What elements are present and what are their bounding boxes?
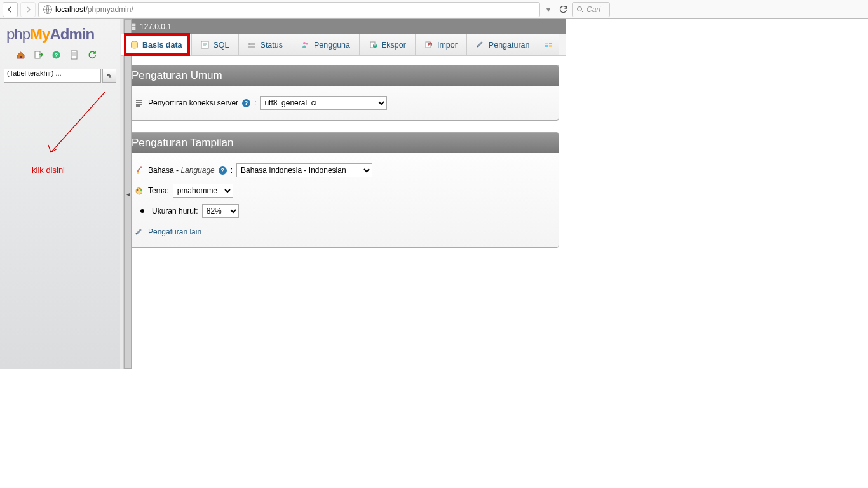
help-icon[interactable]: ? bbox=[219, 166, 227, 175]
svg-point-14 bbox=[303, 42, 306, 44]
settings-icon bbox=[476, 41, 485, 50]
svg-point-27 bbox=[136, 233, 138, 235]
search-placeholder: Cari bbox=[587, 5, 600, 14]
top-tabs: Basis data SQL Status Pengguna Ekspor Im… bbox=[121, 34, 566, 56]
app-container: phpMyAdmin ? (Tabel terakhir) ... ✎ ◂ kl… bbox=[0, 19, 868, 369]
reload-button[interactable] bbox=[557, 3, 569, 16]
tab-databases[interactable]: Basis data bbox=[121, 34, 192, 55]
svg-point-24 bbox=[137, 189, 138, 191]
sidebar: phpMyAdmin ? (Tabel terakhir) ... ✎ ◂ kl… bbox=[0, 19, 121, 369]
svg-point-23 bbox=[137, 172, 139, 174]
url-bar[interactable]: localhost/phpmyadmin/ bbox=[38, 2, 540, 17]
home-icon[interactable] bbox=[15, 50, 25, 60]
language-icon bbox=[134, 165, 144, 175]
tab-label: Basis data bbox=[142, 41, 182, 50]
annotation-overlay: klik disini bbox=[32, 92, 108, 175]
forward-button[interactable] bbox=[20, 2, 36, 17]
tab-export[interactable]: Ekspor bbox=[360, 34, 416, 55]
url-history-dropdown[interactable]: ▾ bbox=[543, 2, 554, 17]
export-icon bbox=[369, 41, 377, 50]
sidebar-collapse-button[interactable]: ◂ bbox=[124, 19, 132, 369]
phpmyadmin-logo[interactable]: phpMyAdmin bbox=[0, 19, 120, 47]
fontsize-select[interactable]: 82% bbox=[202, 204, 239, 218]
tab-users[interactable]: Pengguna bbox=[292, 34, 360, 55]
reload-nav-icon[interactable] bbox=[86, 50, 97, 60]
tab-more[interactable] bbox=[539, 34, 559, 55]
tab-sql[interactable]: SQL bbox=[192, 34, 239, 55]
server-host-label: 127.0.0.1 bbox=[140, 22, 172, 31]
tab-import[interactable]: Impor bbox=[416, 34, 467, 55]
panel-title: Pengaturan Tampilan bbox=[125, 133, 559, 153]
collation-icon bbox=[134, 98, 144, 108]
back-button[interactable] bbox=[3, 2, 18, 17]
general-settings-panel: Pengaturan Umum Penyortiran koneksi serv… bbox=[125, 65, 559, 121]
server-breadcrumb: 127.0.0.1 bbox=[121, 19, 566, 34]
sidebar-nav-icons: ? bbox=[0, 47, 120, 69]
database-icon bbox=[130, 41, 139, 50]
status-icon bbox=[248, 41, 257, 50]
more-settings-link[interactable]: Pengaturan lain bbox=[148, 227, 201, 236]
wrench-icon bbox=[134, 227, 144, 237]
tab-label: Impor bbox=[437, 41, 458, 50]
collation-select[interactable]: utf8_general_ci bbox=[260, 96, 387, 110]
browser-toolbar: localhost/phpmyadmin/ ▾ Cari bbox=[0, 0, 868, 19]
svg-point-26 bbox=[140, 189, 142, 191]
theme-select[interactable]: pmahomme bbox=[173, 184, 233, 198]
bullet-icon bbox=[140, 209, 144, 213]
docs-icon[interactable] bbox=[69, 50, 79, 60]
tab-settings[interactable]: Pengaturan bbox=[467, 34, 539, 55]
svg-rect-12 bbox=[248, 46, 255, 48]
more-icon bbox=[545, 41, 553, 50]
appearance-settings-panel: Pengaturan Tampilan Bahasa - Language ? … bbox=[125, 132, 559, 248]
svg-rect-22 bbox=[549, 45, 552, 47]
tab-label: Pengguna bbox=[314, 41, 350, 50]
theme-label: Tema: bbox=[148, 186, 169, 195]
svg-point-13 bbox=[249, 44, 250, 45]
help-icon[interactable]: ? bbox=[242, 99, 250, 107]
tab-label: Pengaturan bbox=[489, 41, 530, 50]
sql-icon bbox=[201, 41, 210, 50]
language-select[interactable]: Bahasa Indonesia - Indonesian bbox=[236, 163, 372, 177]
svg-point-15 bbox=[306, 43, 308, 45]
browser-search-input[interactable]: Cari bbox=[572, 2, 610, 17]
svg-point-18 bbox=[477, 46, 478, 47]
svg-rect-20 bbox=[549, 43, 552, 44]
language-label: Bahasa - Language bbox=[148, 166, 215, 175]
svg-point-25 bbox=[139, 188, 140, 189]
recent-tables-select[interactable]: (Tabel terakhir) ... bbox=[4, 69, 101, 83]
theme-icon bbox=[134, 186, 144, 196]
tab-label: Ekspor bbox=[381, 41, 406, 50]
users-icon bbox=[301, 41, 310, 50]
collation-label: Penyortiran koneksi server bbox=[148, 98, 238, 107]
svg-rect-19 bbox=[545, 43, 548, 44]
recent-tables-go-button[interactable]: ✎ bbox=[102, 69, 116, 83]
globe-icon bbox=[43, 4, 53, 15]
svg-point-1 bbox=[578, 6, 582, 11]
main-content: 127.0.0.1 Basis data SQL Status Pengguna bbox=[121, 19, 566, 369]
logout-icon[interactable] bbox=[33, 50, 43, 60]
fontsize-label: Ukuran huruf: bbox=[152, 207, 198, 215]
svg-text:?: ? bbox=[54, 52, 58, 58]
svg-rect-21 bbox=[545, 45, 548, 47]
tab-label: SQL bbox=[214, 41, 229, 50]
url-text: localhost/phpmyadmin/ bbox=[55, 5, 133, 14]
query-window-icon[interactable]: ? bbox=[51, 50, 61, 60]
tab-status[interactable]: Status bbox=[239, 34, 292, 55]
import-icon bbox=[424, 41, 433, 50]
svg-rect-2 bbox=[20, 56, 22, 58]
annotation-text: klik disini bbox=[32, 165, 65, 175]
panel-title: Pengaturan Umum bbox=[125, 65, 559, 86]
tab-label: Status bbox=[261, 41, 283, 50]
